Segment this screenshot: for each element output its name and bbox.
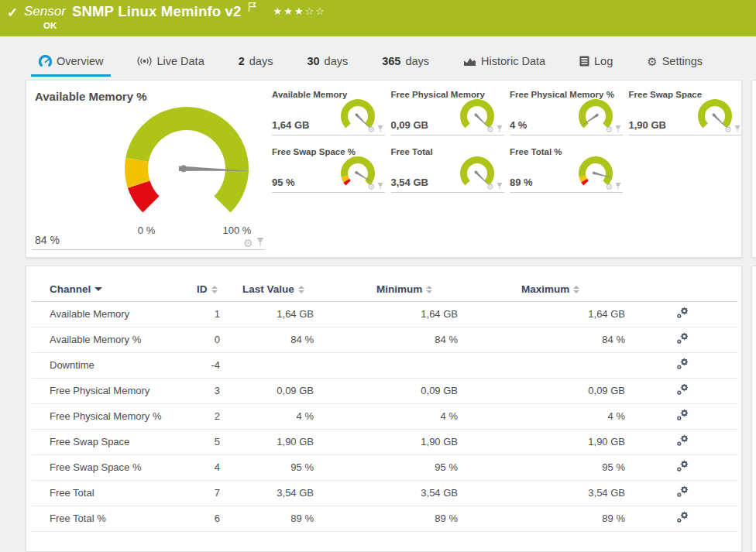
tab-number: 30: [307, 55, 319, 67]
pin-icon[interactable]: [377, 182, 383, 192]
small-gauge-tile[interactable]: Free Physical Memory %4 %⚙: [510, 90, 623, 135]
column-header-channel[interactable]: Channel: [32, 278, 193, 301]
tab-live-data[interactable]: Live Data: [129, 48, 211, 77]
channel-id-cell: 3: [193, 378, 220, 403]
channel-id-cell: 7: [193, 480, 220, 506]
channel-name-cell[interactable]: Available Memory %: [32, 327, 193, 352]
minimum-cell: 84 %: [314, 327, 458, 352]
gear-icon[interactable]: ⚙: [724, 125, 732, 135]
status-check-icon: ✓: [7, 5, 18, 21]
sensor-kind-label: Sensor: [24, 4, 66, 19]
channel-id-cell: -4: [193, 352, 220, 378]
small-gauge-title: Available Memory: [272, 90, 347, 99]
gauges-panel: Available Memory % 0 % 100 % 84 % ⚙ Avai…: [26, 80, 742, 258]
tab-label: Overview: [57, 55, 103, 67]
small-gauge-tile[interactable]: Free Swap Space %95 %⚙: [272, 147, 385, 193]
settings-cell: [625, 327, 737, 352]
log-icon: [579, 56, 589, 67]
channel-name-cell[interactable]: Free Physical Memory %: [32, 403, 193, 429]
tab-30-days[interactable]: 30 days: [299, 48, 356, 77]
gear-icon[interactable]: ⚙: [243, 238, 253, 249]
small-gauge-tile[interactable]: Free Physical Memory0,09 GB⚙: [391, 90, 504, 135]
sort-icon: [573, 286, 579, 293]
column-header-minimum[interactable]: Minimum: [314, 278, 458, 301]
star-rating[interactable]: ★★★☆☆: [273, 5, 326, 17]
channel-name-cell[interactable]: Free Swap Space: [32, 429, 193, 454]
channel-name-cell[interactable]: Free Total %: [32, 506, 193, 531]
channel-name-cell[interactable]: Free Total: [32, 480, 193, 506]
last-value-cell: 0,09 GB: [220, 378, 314, 403]
pin-icon[interactable]: [734, 125, 741, 135]
area-chart-icon: [463, 56, 476, 67]
minimum-cell: 3,54 GB: [314, 480, 458, 506]
column-label: Maximum: [521, 283, 569, 295]
settings-cell: [625, 429, 737, 454]
small-gauge-value: 4 %: [510, 119, 527, 131]
sensor-title: SNMP Linux Meminfo v2: [72, 3, 242, 20]
gear-icon[interactable]: ⚙: [605, 125, 613, 135]
channel-name-cell[interactable]: Available Memory: [32, 301, 193, 327]
tab-settings[interactable]: ⚙ Settings: [639, 48, 710, 77]
pin-icon[interactable]: [256, 237, 264, 249]
channel-settings-button[interactable]: [676, 358, 689, 370]
tab-2-days[interactable]: 2 days: [231, 48, 281, 77]
settings-cell: [625, 403, 737, 429]
channel-settings-button[interactable]: [676, 332, 689, 345]
column-header-last-value[interactable]: Last Value: [220, 278, 314, 301]
gear-icon: ⚙: [647, 56, 657, 67]
channel-name-cell[interactable]: Downtime: [32, 352, 193, 378]
column-header-maximum[interactable]: Maximum: [458, 278, 625, 301]
flag-icon[interactable]: [248, 2, 256, 15]
settings-cell: [625, 454, 737, 480]
minimum-cell: 1,90 GB: [314, 429, 458, 454]
channels-table: Channel ID Last Value Minimum Maximum: [32, 278, 737, 532]
channel-id-cell: 0: [193, 327, 220, 352]
channel-name-cell[interactable]: Free Physical Memory: [32, 378, 193, 403]
gear-icon[interactable]: ⚙: [605, 182, 613, 192]
tab-label: Log: [594, 55, 613, 67]
tab-365-days[interactable]: 365 days: [374, 48, 437, 77]
pin-icon[interactable]: [497, 125, 503, 135]
tab-historic-data[interactable]: Historic Data: [455, 48, 553, 77]
pin-icon[interactable]: [615, 182, 621, 192]
channel-settings-button[interactable]: [676, 434, 689, 447]
main-gauge-tile[interactable]: Available Memory % 0 % 100 % 84 % ⚙: [32, 87, 264, 250]
minimum-cell: 0,09 GB: [314, 378, 458, 403]
pin-icon[interactable]: [615, 125, 621, 135]
channel-name-cell[interactable]: Free Swap Space %: [32, 454, 193, 480]
small-gauge-value: 3,54 GB: [391, 177, 428, 188]
channel-settings-button[interactable]: [676, 307, 689, 319]
pin-icon[interactable]: [497, 182, 503, 192]
gear-icon[interactable]: ⚙: [367, 182, 375, 192]
channel-settings-button[interactable]: [676, 409, 689, 421]
small-gauge-tile[interactable]: Free Swap Space1,90 GB⚙: [629, 90, 742, 135]
settings-cell: [625, 480, 737, 506]
channel-settings-button[interactable]: [676, 460, 689, 472]
settings-cell: [625, 352, 737, 378]
channel-settings-button[interactable]: [676, 383, 689, 396]
channel-id-cell: 1: [193, 301, 220, 327]
settings-cell: [625, 301, 737, 327]
small-gauge-tile[interactable]: Free Total %89 %⚙: [510, 147, 623, 193]
small-gauge-title: Free Swap Space: [629, 90, 703, 99]
small-gauge-tile[interactable]: Available Memory1,64 GB⚙: [272, 90, 385, 135]
small-gauge-tile[interactable]: Free Total3,54 GB⚙: [391, 147, 504, 193]
gear-icon[interactable]: ⚙: [486, 125, 494, 135]
last-value-cell: [220, 352, 314, 378]
tab-overview[interactable]: Overview: [31, 48, 111, 77]
column-header-id[interactable]: ID: [193, 278, 220, 301]
last-value-cell: 1,64 GB: [220, 301, 314, 327]
pin-icon[interactable]: [377, 125, 383, 135]
tab-log[interactable]: Log: [572, 48, 620, 77]
channel-settings-button[interactable]: [676, 511, 689, 523]
sensor-header: ✓ Sensor SNMP Linux Meminfo v2 ★★★☆☆ OK: [0, 0, 756, 36]
gear-icon[interactable]: ⚙: [486, 182, 494, 192]
channel-id-cell: 4: [193, 454, 220, 480]
main-gauge-arc: [115, 100, 278, 224]
table-row: Free Total73,54 GB3,54 GB3,54 GB: [32, 480, 737, 506]
channel-settings-button[interactable]: [676, 485, 689, 498]
gear-icon[interactable]: ⚙: [367, 125, 375, 135]
tab-number: 2: [239, 55, 245, 67]
column-label: Minimum: [376, 283, 422, 295]
minimum-cell: 89 %: [314, 506, 458, 531]
